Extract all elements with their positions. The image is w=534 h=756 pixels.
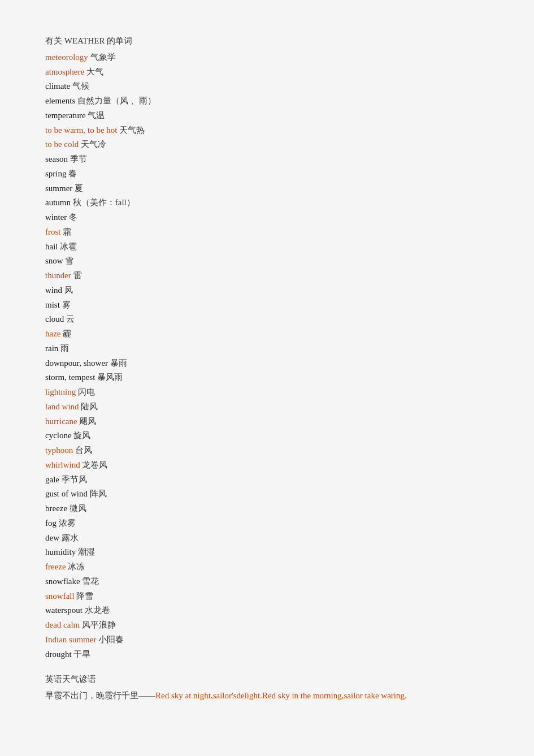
list-item: humidity 潮湿 bbox=[45, 545, 489, 559]
list-item: haze 霾 bbox=[45, 327, 489, 341]
list-item: thunder 雷 bbox=[45, 269, 489, 283]
list-item: to be warm, to be hot 天气热 bbox=[45, 123, 489, 137]
list-item: frost 霜 bbox=[45, 225, 489, 239]
list-item: elements 自然力量（风 、雨） bbox=[45, 94, 489, 108]
list-item: fog 浓雾 bbox=[45, 516, 489, 530]
list-item: to be cold 天气冷 bbox=[45, 137, 489, 152]
list-item: temperature 气温 bbox=[45, 109, 489, 123]
list-item: storm, tempest 暴风雨 bbox=[45, 370, 489, 385]
section2-title: 英语天气谚语 bbox=[45, 672, 489, 686]
list-item: dead calm 风平浪静 bbox=[45, 618, 489, 632]
list-item: whirlwind 龙卷风 bbox=[45, 458, 489, 472]
list-item: cloud 云 bbox=[45, 312, 489, 326]
list-item: breeze 微风 bbox=[45, 502, 489, 516]
list-item: snowfall 降雪 bbox=[45, 589, 489, 603]
proverb: 早霞不出门，晚霞行千里——Red sky at night,sailor'sde… bbox=[45, 689, 489, 703]
list-item: winter 冬 bbox=[45, 210, 489, 224]
list-item: gust of wind 阵风 bbox=[45, 487, 489, 501]
list-item: autumn 秋（美作：fall） bbox=[45, 196, 489, 210]
list-item: summer 夏 bbox=[45, 182, 489, 196]
list-item: snow 雪 bbox=[45, 254, 489, 268]
list-item: freeze 冰冻 bbox=[45, 560, 489, 574]
list-item: meteorology 气象学 bbox=[45, 50, 489, 64]
list-item: hail 冰雹 bbox=[45, 240, 489, 254]
page-title: 有关 WEATHER 的单词 bbox=[45, 34, 489, 48]
list-item: wind 风 bbox=[45, 283, 489, 297]
list-item: lightning 闪电 bbox=[45, 385, 489, 399]
list-item: snowflake 雪花 bbox=[45, 574, 489, 589]
list-item: Indian summer 小阳春 bbox=[45, 633, 489, 647]
list-item: typhoon 台风 bbox=[45, 443, 489, 457]
list-item: waterspout 水龙卷 bbox=[45, 603, 489, 617]
list-item: cyclone 旋风 bbox=[45, 429, 489, 443]
list-item: downpour, shower 暴雨 bbox=[45, 356, 489, 370]
list-item: drought 干旱 bbox=[45, 647, 489, 662]
word-list: meteorology 气象学atmosphere 大气climate 气候el… bbox=[45, 50, 489, 662]
list-item: land wind 陆风 bbox=[45, 400, 489, 414]
list-item: gale 季节风 bbox=[45, 473, 489, 487]
list-item: spring 春 bbox=[45, 167, 489, 181]
list-item: mist 雾 bbox=[45, 298, 489, 312]
list-item: hurricane 飓风 bbox=[45, 414, 489, 429]
list-item: climate 气候 bbox=[45, 79, 489, 93]
list-item: rain 雨 bbox=[45, 342, 489, 356]
list-item: dew 露水 bbox=[45, 531, 489, 545]
list-item: atmosphere 大气 bbox=[45, 65, 489, 79]
list-item: season 季节 bbox=[45, 152, 489, 166]
